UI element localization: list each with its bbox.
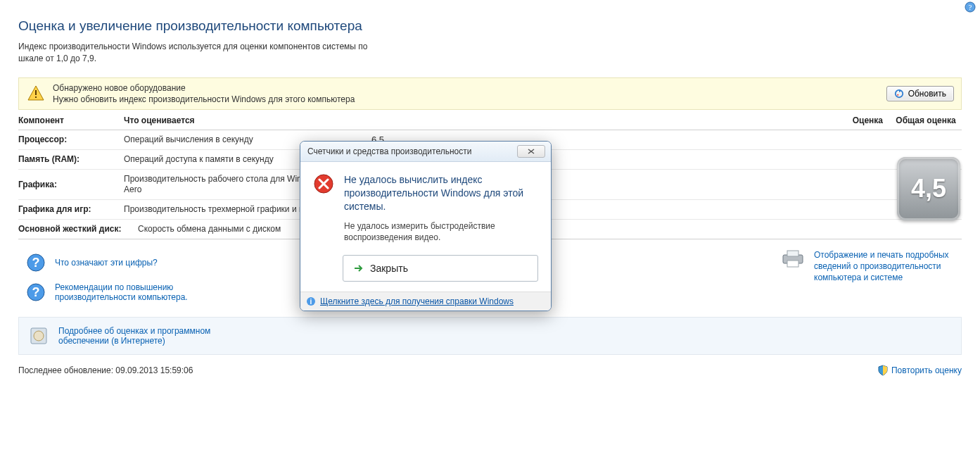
row-component: Процессор: (18, 134, 124, 144)
dialog-help-link[interactable]: Щелкните здесь для получения справки Win… (320, 296, 514, 306)
th-component: Компонент (18, 115, 124, 125)
link-learn-more[interactable]: Подробнее об оценках и программном обесп… (58, 326, 241, 346)
svg-rect-12 (787, 261, 798, 267)
error-dialog: Счетчики и средства производительности Н… (300, 141, 552, 311)
software-box-icon (27, 325, 50, 347)
svg-text:?: ? (32, 285, 40, 299)
dialog-heading: Не удалось вычислить индекс производител… (344, 173, 538, 213)
refresh-button-label: Обновить (908, 89, 946, 99)
svg-point-5 (897, 94, 898, 95)
row-component: Графика для игр: (18, 204, 124, 214)
link-recommendations[interactable]: Рекомендации по повышению производительн… (55, 282, 210, 302)
error-icon (313, 173, 337, 244)
dialog-title: Счетчики и средства производительности (307, 146, 517, 156)
alert-line2: Нужно обновить индекс производительности… (53, 94, 355, 104)
row-component: Память (RAM): (18, 154, 124, 164)
hardware-alert: Обнаружено новое оборудование Нужно обно… (18, 77, 962, 110)
svg-text:?: ? (969, 3, 972, 11)
page-description: Индекс производительности Windows исполь… (18, 41, 384, 65)
link-print-details[interactable]: Отображение и печать подробных сведений … (814, 249, 962, 284)
dialog-close-button[interactable]: Закрыть (343, 255, 538, 282)
base-score-badge: 4,5 (897, 157, 960, 220)
svg-rect-3 (35, 96, 37, 98)
svg-rect-2 (35, 90, 37, 95)
page-title: Оценка и увеличение производительности к… (18, 18, 962, 34)
svg-text:i: i (310, 298, 312, 306)
printer-icon (779, 249, 807, 269)
dialog-message: Не удалось измерить быстродействие воспр… (344, 220, 538, 244)
help-icon: ? (25, 282, 46, 303)
learn-more-bar: Подробнее об оценках и программном обесп… (18, 317, 962, 355)
info-icon: i (306, 296, 316, 306)
warning-icon (26, 84, 46, 104)
shield-icon (877, 365, 889, 376)
svg-text:?: ? (32, 256, 40, 270)
help-corner-icon[interactable]: ? (965, 1, 976, 15)
svg-point-14 (34, 331, 44, 341)
alert-line1: Обнаружено новое оборудование (53, 82, 886, 94)
last-update-label: Последнее обновление: 09.09.2013 15:59:0… (18, 365, 193, 375)
th-what: Что оценивается (124, 115, 834, 125)
dialog-close-label: Закрыть (370, 263, 408, 274)
th-base: Общая оценка (883, 115, 962, 125)
help-icon: ? (25, 252, 46, 273)
link-repeat-assessment[interactable]: Повторить оценку (891, 365, 962, 375)
svg-rect-11 (787, 251, 798, 256)
row-component: Основной жесткий диск: (18, 224, 138, 234)
dialog-titlebar-close-button[interactable] (517, 145, 545, 158)
th-score: Оценка (834, 115, 883, 125)
table-header: Компонент Что оценивается Оценка Общая о… (18, 110, 962, 130)
link-what-numbers[interactable]: Что означают эти цифры? (55, 258, 158, 268)
refresh-button[interactable]: Обновить (886, 86, 954, 101)
row-component: Графика: (18, 180, 124, 189)
